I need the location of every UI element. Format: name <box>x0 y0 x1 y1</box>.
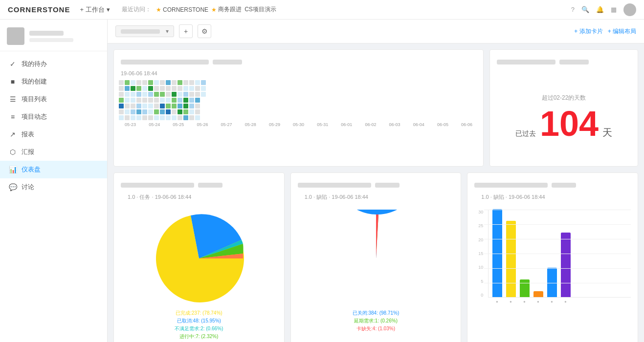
sidebar-item-label: 我的待办 <box>22 60 47 68</box>
heatmap-cell <box>172 80 177 85</box>
heatmap-labels: 05-2305-2405-2505-2605-2705-2805-2905-30… <box>119 120 478 127</box>
heatmap-grid <box>119 80 478 120</box>
recent-section: 最近访问： ★ CORNERSTONE ★ 商务跟进 CS项目演示 <box>122 5 571 14</box>
heatmap-date-label: 05-25 <box>167 122 190 127</box>
heatmap-cell <box>189 104 194 108</box>
x-label-4: ● <box>533 299 543 304</box>
heatmap-date-label: 05-26 <box>191 122 214 127</box>
add-card-button[interactable]: + 添加卡片 <box>574 27 602 36</box>
bar-chart-card: 1.0 · 缺陷 · 19-06-06 18:44 30 25 20 15 10 <box>467 172 638 342</box>
heatmap-cell <box>148 104 153 108</box>
heatmap-cell <box>178 98 182 103</box>
heatmap-cell <box>142 115 147 120</box>
heatmap-date-label: 06-03 <box>383 122 406 127</box>
heatmap-cell <box>189 115 194 120</box>
heatmap-cell <box>136 80 141 85</box>
heatmap-cell <box>119 92 124 97</box>
heatmap-cell <box>119 104 124 108</box>
sidebar-item-report2[interactable]: ⬡ 汇报 <box>0 143 107 161</box>
card-title-blur2 <box>375 183 400 188</box>
card-title-blur <box>474 183 548 188</box>
heatmap-cell <box>148 80 153 85</box>
sidebar-item-label: 项目列表 <box>22 95 47 104</box>
heatmap-col <box>172 80 177 120</box>
grid-icon[interactable]: ▦ <box>611 6 617 13</box>
add-card-icon-btn[interactable]: + <box>179 24 193 38</box>
dashboard-select[interactable]: ▾ <box>115 25 174 37</box>
days-number: 104 <box>540 106 599 141</box>
chevron-down-icon: ▾ <box>107 6 110 13</box>
heatmap-cell <box>131 104 135 108</box>
heatmap-cell <box>148 115 153 120</box>
y-label-30: 30 <box>474 210 483 214</box>
sidebar-item-label: 讨论 <box>22 183 34 192</box>
heatmap-cell <box>183 92 188 97</box>
heatmap-cell <box>178 115 182 120</box>
heatmap-cell <box>154 109 159 114</box>
activity-icon: ≡ <box>9 113 17 121</box>
sidebar-item-reports[interactable]: ↗ 报表 <box>0 126 107 143</box>
heatmap-cell <box>189 80 194 85</box>
app-header: CORNERSTONE + 工作台 ▾ 最近访问： ★ CORNERSTONE … <box>0 0 644 20</box>
dashboard-toolbar: ▾ + ⚙ + 添加卡片 + 编辑布局 <box>108 20 644 43</box>
heatmap-date-label: 05-31 <box>311 122 334 127</box>
recent-item-business[interactable]: ★ 商务跟进 <box>211 5 242 14</box>
recent-item-cornerstone[interactable]: ★ CORNERSTONE <box>156 6 208 13</box>
heatmap-cell <box>183 80 188 85</box>
card-title-blur <box>121 183 194 188</box>
heatmap-cell <box>125 86 130 91</box>
bar-chart-area: 30 25 20 15 10 5 0 <box>467 205 638 317</box>
heatmap-date-label: 05-28 <box>239 122 262 127</box>
card-meta: 19-06-06 18:44 <box>114 68 483 80</box>
sidebar-item-activity[interactable]: ≡ 项目动态 <box>0 108 107 126</box>
sidebar-item-label: 报表 <box>22 130 34 139</box>
card-title-blur2 <box>198 183 222 188</box>
heatmap-cell <box>195 104 200 108</box>
recent-item-cs[interactable]: CS项目演示 <box>244 5 276 14</box>
cards-grid: 19-06-06 18:44 05-2305-2405-2505-2605-27… <box>108 43 644 342</box>
heatmap-col <box>166 80 171 120</box>
chart-area-2: 已关闭:384: (98.71%) 延期需求:1: (0.26%) 卡缺失:4:… <box>291 205 461 340</box>
heatmap-cell <box>166 80 171 85</box>
card-title-blur2 <box>552 183 576 188</box>
heatmap-cell <box>201 92 206 97</box>
heatmap-date-label: 06-04 <box>407 122 430 127</box>
avatar[interactable] <box>623 3 636 16</box>
heatmap-cell <box>189 92 194 97</box>
workbench-menu[interactable]: + 工作台 ▾ <box>80 5 112 14</box>
heatmap-date-label: 06-01 <box>335 122 358 127</box>
chart-area-1: 已完成:237: (78.74%) 已取消:48: (15.95%) 不满足需求… <box>114 205 284 342</box>
sidebar-item-todo[interactable]: ✓ 我的待办 <box>0 55 107 73</box>
heatmap-cell <box>136 109 141 114</box>
sidebar-item-projects[interactable]: ☰ 项目列表 <box>0 90 107 108</box>
days-prefix: 已过去 <box>515 129 536 138</box>
heatmap-cell <box>172 98 177 103</box>
heatmap-cell <box>195 92 200 97</box>
heatmap-cell <box>195 80 200 85</box>
heatmap-col <box>201 80 206 120</box>
bell-icon[interactable]: 🔔 <box>596 6 604 13</box>
edit-layout-button[interactable]: + 编辑布局 <box>608 27 636 36</box>
x-labels: ● ● ● ● ● ● <box>488 299 631 304</box>
recent-label: 最近访问： <box>122 5 151 14</box>
heatmap-cell <box>166 92 171 97</box>
help-icon[interactable]: ? <box>571 6 575 13</box>
heatmap-col <box>142 80 147 120</box>
search-icon[interactable]: 🔍 <box>581 6 589 13</box>
heatmap-col <box>183 80 188 120</box>
heatmap-cell <box>131 92 135 97</box>
heatmap-cell <box>154 80 159 85</box>
recent-item-label: CS项目演示 <box>244 5 276 14</box>
heatmap-cell <box>201 80 206 85</box>
sidebar-item-discuss[interactable]: 💬 讨论 <box>0 178 107 196</box>
sidebar-item-dashboard[interactable]: 📊 仪表盘 <box>0 161 107 178</box>
heatmap-col <box>195 80 200 120</box>
settings-icon-btn[interactable]: ⚙ <box>198 24 211 38</box>
days-card-content: 超过02-22的天数 已过去 104 天 <box>490 68 638 166</box>
heatmap-cell <box>119 115 124 120</box>
heatmap-cell <box>189 86 194 91</box>
sidebar-item-created[interactable]: ■ 我的创建 <box>0 73 107 90</box>
days-counter: 已过去 104 天 <box>515 106 612 141</box>
heatmap-cell <box>195 109 200 114</box>
sidebar-item-label: 我的创建 <box>22 77 47 86</box>
